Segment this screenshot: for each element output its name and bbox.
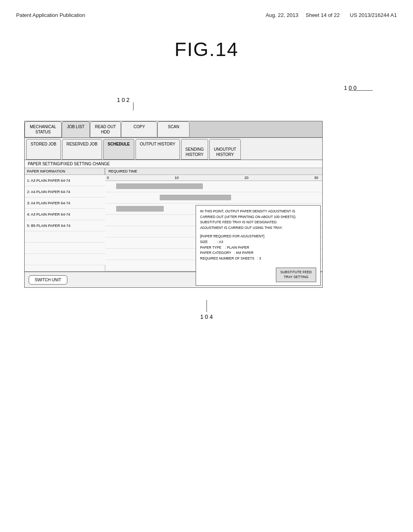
tab-bar-second: STORED JOB RESERVED JOB SCHEDULE OUTPUT …	[25, 138, 322, 160]
tab-scan[interactable]: SCAN	[157, 121, 190, 137]
time-0: 0	[107, 176, 109, 180]
bar-2	[160, 195, 232, 200]
connector-102	[133, 102, 133, 110]
sub-feed-btn[interactable]: SUBSTITUTE FEED TRAY SETTING	[276, 268, 316, 282]
time-header: REQUIRED TIME	[108, 169, 137, 173]
popup-line2: CARRIED OUT (AFTER PRINTING ON ABOUT 100…	[200, 214, 316, 220]
section-title: PAPER SETTING/FIXED SETTING CHANGE	[25, 160, 322, 168]
switch-unit-button[interactable]: SWITCH UNIT	[29, 275, 67, 285]
tab-mechanical-status[interactable]: MECHANICAL STATUS	[25, 121, 62, 137]
pub-text: Patent Application Publication	[16, 12, 85, 18]
tab-unoutput-history[interactable]: UNOUTPUT HISTORY	[209, 139, 241, 160]
paper-row-1[interactable]: 1: A3 PLAIN PAPER 64-74	[25, 175, 105, 186]
bar-row-2	[105, 192, 322, 204]
time-10: 10	[175, 176, 179, 180]
connector-100	[348, 90, 373, 91]
tab-sending-history[interactable]: SENDING HISTORY	[181, 139, 209, 160]
tab-output-history[interactable]: OUTPUT HISTORY	[136, 139, 180, 160]
paper-row-5[interactable]: 5: B5 PLAIN PAPER 64-74	[25, 220, 105, 231]
paper-list-col: PAPER INFORMATION 1: A3 PLAIN PAPER 64-7…	[25, 168, 105, 271]
tab-schedule[interactable]: SCHEDULE	[103, 139, 134, 160]
paper-row-empty-1	[25, 231, 105, 243]
page-container: Patent Application Publication Aug. 22, …	[0, 0, 413, 532]
tab-stored-job[interactable]: STORED JOB	[26, 139, 61, 160]
paper-row-4[interactable]: 4: A3 PLAIN PAPER 64-74	[25, 209, 105, 220]
patent-header: Patent Application Publication Aug. 22, …	[16, 8, 397, 26]
paper-info-header: PAPER INFORMATION	[27, 169, 65, 173]
popup-cat: PAPER CATEGORY : KM PAPER	[200, 250, 316, 256]
popup-size: SIZE : A3	[200, 239, 316, 245]
bar-row-1	[105, 181, 322, 192]
popup-section: [PAPER REQUIRED FOR ADJUSTMENT]	[200, 234, 316, 239]
figure-title: FIG.14	[16, 38, 397, 60]
ref-104-label: 1 0 4	[200, 314, 213, 320]
chart-col: REQUIRED TIME 0 10 20 30	[105, 168, 322, 271]
popup-line4: ADJUSTMENT IS CARRIED OUT USING THIS TRA…	[200, 225, 316, 231]
time-30: 30	[314, 176, 318, 180]
paper-row-empty-2	[25, 243, 105, 254]
diagram-wrapper: 1 0 0 1 0 2 MECHANICAL STATUS JOB LIST R…	[16, 85, 397, 320]
bar-3	[116, 206, 164, 212]
tab-bar-top: MECHANICAL STATUS JOB LIST READ OUT HDD …	[25, 121, 322, 138]
patent-pub-label: Patent Application Publication	[16, 12, 85, 18]
popup-type: PAPER TYPE : PLAIN PAPER	[200, 245, 316, 251]
ref-102-label: 1 0 2	[117, 97, 129, 103]
tab-copy[interactable]: COPY	[121, 121, 157, 137]
tab-read-out-hdd[interactable]: READ OUT HDD	[90, 121, 121, 137]
popup-line3: SUBSTITUTE FEED TRAY IS NOT DESIGNATED.	[200, 220, 316, 225]
bar-1	[116, 183, 203, 189]
paper-row-empty-3	[25, 254, 105, 265]
content-area: PAPER INFORMATION 1: A3 PLAIN PAPER 64-7…	[25, 168, 322, 272]
connector-104	[206, 300, 207, 312]
info-popup: IN THIS POINT, OUTPUT PAPER DENSITY ADJU…	[196, 205, 321, 286]
popup-sheets: REQUIRED NUMBER OF SHEETS : 3	[200, 256, 316, 262]
paper-row-2[interactable]: 2: A4 PLAIN PAPER 64-74	[25, 186, 105, 197]
tab-reserved-job[interactable]: RESERVED JOB	[62, 139, 102, 160]
ui-panel: MECHANICAL STATUS JOB LIST READ OUT HDD …	[24, 121, 323, 288]
time-20: 20	[244, 176, 248, 180]
paper-row-3[interactable]: 3: A4 PLAIN PAPER 64-74	[25, 197, 105, 209]
popup-line1: IN THIS POINT, OUTPUT PAPER DENSITY ADJU…	[200, 209, 316, 214]
patent-date: Aug. 22, 2013 Sheet 14 of 22 US 2013/216…	[266, 12, 397, 18]
tab-job-list[interactable]: JOB LIST	[62, 121, 90, 137]
